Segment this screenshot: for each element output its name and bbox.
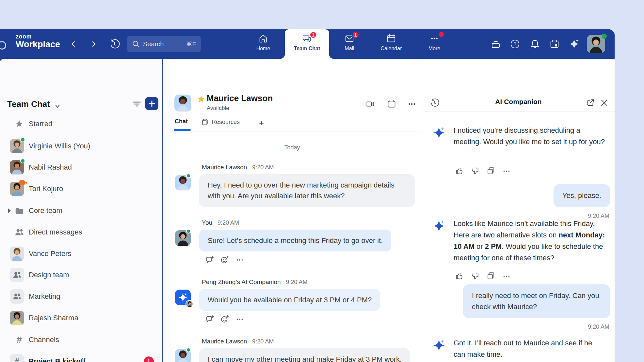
sidebar-section-direct-messages[interactable]: Direct messages: [0, 223, 162, 241]
more-actions-button[interactable]: [502, 271, 511, 280]
sidebar-item-project-b-kickoff[interactable]: # Project B kickoff 1: [0, 352, 162, 362]
back-button[interactable]: [67, 38, 80, 51]
tab-team-chat[interactable]: Team Chat 1: [285, 29, 329, 63]
divider: [422, 112, 615, 112]
message-bubble[interactable]: Hey, I need to go over the new marketing…: [199, 174, 415, 207]
sidebar-title[interactable]: Team Chat: [7, 99, 50, 109]
add-reaction-button[interactable]: [220, 314, 229, 324]
team-avatar: [10, 268, 24, 282]
chat-header-avatar[interactable]: [174, 95, 191, 112]
thumbs-down-button[interactable]: [471, 166, 480, 175]
chevron-left-icon: [70, 40, 77, 48]
open-in-window-icon: [586, 98, 595, 107]
zoom-workplace-window: zoom Workplace Search ⌘F Hom: [0, 29, 615, 362]
add-reaction-button[interactable]: [220, 255, 229, 264]
sidebar-item-design-team[interactable]: Design team: [0, 266, 162, 284]
search-input[interactable]: Search ⌘F: [127, 36, 201, 52]
date-divider: Today: [163, 144, 422, 151]
more-options-button[interactable]: [406, 98, 417, 110]
add-tab-button[interactable]: +: [259, 118, 264, 128]
plus-icon: [148, 100, 155, 107]
tab-calendar[interactable]: Calendar: [378, 29, 405, 59]
sidebar-item-marketing[interactable]: Marketing: [0, 287, 162, 306]
presence-online-dot: [186, 348, 191, 352]
reply-in-thread-button[interactable]: [205, 255, 214, 264]
more-actions-button[interactable]: [235, 314, 244, 324]
thumbs-up-button[interactable]: [455, 271, 464, 280]
reply-in-thread-button[interactable]: [205, 314, 214, 324]
open-in-window-button[interactable]: [585, 97, 596, 108]
sidebar-item-nabil-rashad[interactable]: Nabil Rashad: [0, 158, 162, 176]
ai-feedback-actions: [455, 271, 511, 280]
calendar-icon: [386, 34, 396, 43]
avatar: [10, 247, 24, 261]
ai-feedback-actions: [455, 166, 511, 175]
history-button[interactable]: [108, 38, 121, 51]
tab-mail[interactable]: Mail 1: [336, 29, 363, 59]
search-shortcut: ⌘F: [186, 40, 196, 48]
forward-button[interactable]: [87, 38, 100, 51]
ai-sparkle-icon: [433, 127, 445, 139]
message-bubble[interactable]: Sure! Let’s schedule a meeting this Frid…: [199, 230, 391, 251]
new-chat-button[interactable]: [145, 97, 158, 110]
schedule-meeting-icon: [387, 99, 396, 109]
sidebar-item-virginia-willis[interactable]: Virginia Willis (You): [0, 137, 162, 155]
team-avatar: [10, 289, 24, 304]
ai-user-message-bubble[interactable]: Yes, please.: [554, 184, 610, 207]
message-bubble[interactable]: I can move my other meeting and make Fri…: [199, 348, 410, 362]
video-call-button[interactable]: [364, 98, 376, 110]
message-actions: [205, 255, 244, 264]
chat-contact-status: Available: [207, 105, 229, 112]
presence-online-dot: [20, 158, 25, 163]
more-notification-dot: [439, 32, 444, 37]
more-icon: [429, 34, 439, 43]
tab-chat[interactable]: Chat: [175, 118, 188, 125]
thumbs-down-button[interactable]: [471, 271, 480, 280]
message-actions: [205, 314, 244, 324]
copy-button[interactable]: [486, 166, 495, 175]
close-panel-button[interactable]: [599, 97, 610, 108]
schedule-meeting-button[interactable]: [386, 98, 397, 110]
sidebar-item-tori-kojuro[interactable]: Tori Kojuro: [0, 180, 162, 198]
caret-right-icon[interactable]: [8, 208, 11, 213]
profile-presence-dot: [602, 34, 607, 39]
rooms-device-button[interactable]: [489, 38, 502, 51]
reply-in-thread-icon: [205, 315, 214, 324]
tab-home[interactable]: Home: [250, 29, 277, 59]
channel-avatar: #: [10, 354, 24, 362]
ai-companion-button[interactable]: [568, 38, 581, 51]
avatar: [10, 311, 24, 325]
copy-icon: [486, 271, 495, 280]
schedule-button[interactable]: [548, 38, 561, 51]
thumbs-up-button[interactable]: [455, 166, 464, 175]
notifications-button[interactable]: [528, 38, 541, 51]
more-actions-icon: [235, 315, 244, 323]
starred-icon[interactable]: [197, 95, 205, 104]
ai-user-message-bubble[interactable]: I really need to meet on Friday. Can you…: [463, 284, 610, 318]
presence-online-dot: [20, 137, 25, 142]
more-actions-button[interactable]: [235, 255, 244, 264]
sidebar-item-vance-peters[interactable]: Vance Peters: [0, 245, 162, 263]
tab-flare: [281, 55, 285, 59]
history-icon: [109, 38, 120, 50]
sidebar-section-channels[interactable]: # Channels: [0, 331, 162, 349]
copy-button[interactable]: [486, 271, 495, 280]
chevron-right-icon: [90, 40, 97, 48]
filter-button[interactable]: [130, 97, 143, 110]
presence-in-meeting-icon: [19, 180, 27, 186]
team-chat-unread-badge: 1: [310, 31, 317, 38]
more-actions-button[interactable]: [502, 166, 511, 175]
chevron-down-icon[interactable]: [54, 103, 61, 111]
sidebar-section-starred[interactable]: Starred: [0, 115, 162, 133]
tab-resources[interactable]: Resources: [201, 118, 240, 126]
ai-sparkle-icon: [569, 39, 579, 49]
message-bubble[interactable]: Would you be available on Friday at 3 PM…: [199, 289, 380, 311]
help-icon: [510, 39, 520, 49]
sidebar-item-rajesh-sharma[interactable]: Rajesh Sharma: [0, 309, 162, 327]
search-icon: [132, 40, 140, 48]
sidebar-section-core-team[interactable]: Core team: [0, 202, 162, 220]
help-button[interactable]: [508, 38, 522, 51]
people-icon: [14, 227, 24, 237]
thumbs-up-icon: [455, 271, 464, 280]
tab-more[interactable]: More: [421, 29, 448, 59]
